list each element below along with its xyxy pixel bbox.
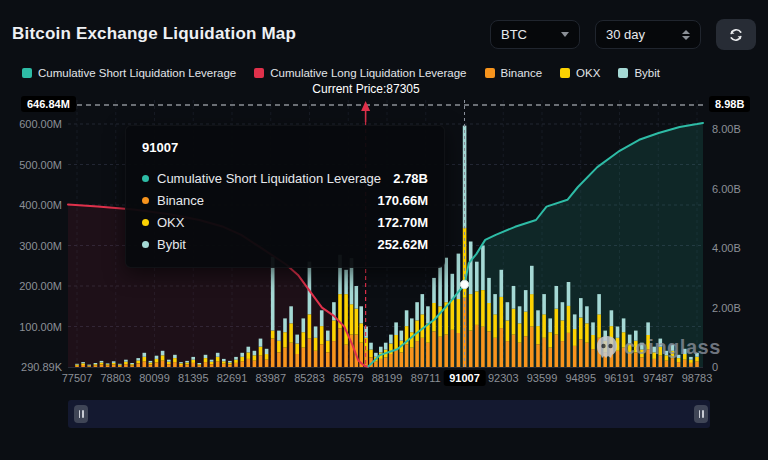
x-axis-tick: 93599 [527, 372, 558, 384]
right-axis-tick: 0 [712, 361, 718, 373]
tooltip-row: Bybit 252.62M [142, 233, 428, 255]
tooltip-row-value: 252.62M [377, 237, 428, 252]
short-series-dot-icon [142, 175, 149, 182]
tooltip-row-label: Bybit [157, 237, 186, 252]
okx-series-dot-icon [142, 219, 149, 226]
tooltip-row: Cumulative Short Liquidation Leverage 2.… [142, 167, 428, 189]
right-axis-tick: 8.00B [712, 123, 741, 135]
tooltip-row-label: OKX [157, 215, 184, 230]
x-axis-tick: 85283 [294, 372, 325, 384]
x-axis-tick: 82691 [217, 372, 248, 384]
right-axis-tick: 2.00B [712, 302, 741, 314]
left-axis-tick: 500.00M [0, 159, 62, 171]
tooltip-row: OKX 172.70M [142, 211, 428, 233]
right-axis-tick: 6.00B [712, 183, 741, 195]
x-axis-tick: 78803 [100, 372, 131, 384]
right-axis-max-badge: 8.98B [709, 96, 750, 112]
x-axis-tick: 89711 [411, 372, 441, 384]
left-axis-max-badge: 646.84M [21, 96, 76, 112]
tooltip-row-value: 172.70M [377, 215, 428, 230]
left-axis-tick: 100.00M [0, 321, 62, 333]
x-axis-tick: 97487 [643, 372, 674, 384]
x-axis-tick: 86579 [333, 372, 364, 384]
x-axis-tick: 88199 [372, 372, 403, 384]
left-axis-tick: 290.89K [0, 361, 62, 373]
left-axis-tick: 300.00M [0, 240, 62, 252]
tooltip-row: Binance 170.66M [142, 189, 428, 211]
x-axis-selected-badge: 91007 [443, 370, 486, 386]
left-axis-tick: 600.00M [0, 118, 62, 130]
x-axis-tick: 98783 [682, 372, 713, 384]
x-axis-tick: 94895 [565, 372, 596, 384]
liquidation-map-app: Bitcoin Exchange Liquidation Map BTC 30 … [0, 0, 768, 460]
navigator-right-handle[interactable] [694, 405, 708, 423]
tooltip-row-label: Cumulative Short Liquidation Leverage [157, 171, 381, 186]
x-axis-tick: 92303 [488, 372, 519, 384]
navigator-left-handle[interactable] [74, 405, 88, 423]
tooltip-row-value: 170.66M [377, 193, 428, 208]
left-axis-tick: 400.00M [0, 199, 62, 211]
zoom-navigator[interactable] [68, 400, 710, 428]
tooltip-row-value: 2.78B [393, 171, 428, 186]
tooltip-title: 91007 [142, 140, 428, 155]
binance-series-dot-icon [142, 197, 149, 204]
left-axis-tick: 200.00M [0, 280, 62, 292]
x-axis-tick: 77507 [62, 372, 93, 384]
x-axis-tick: 80099 [139, 372, 170, 384]
bybit-series-dot-icon [142, 241, 149, 248]
x-axis-tick: 81395 [178, 372, 209, 384]
right-axis-tick: 4.00B [712, 242, 741, 254]
x-axis-tick: 83987 [255, 372, 286, 384]
chart-tooltip: 91007 Cumulative Short Liquidation Lever… [125, 125, 445, 268]
tooltip-row-label: Binance [157, 193, 204, 208]
x-axis-tick: 96191 [604, 372, 635, 384]
